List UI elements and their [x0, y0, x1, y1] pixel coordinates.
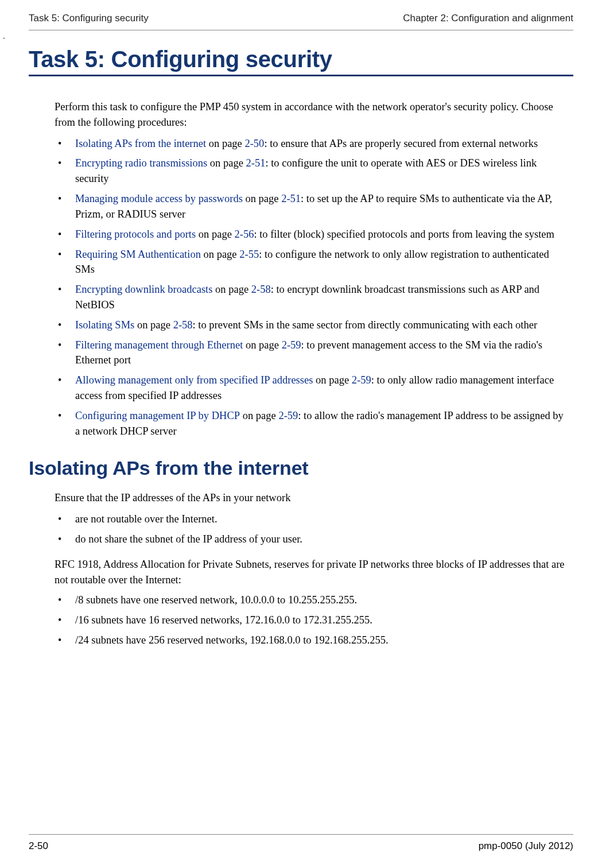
procedure-item: Filtering management through Ethernet on… — [55, 338, 569, 369]
procedure-page-ref[interactable]: 2-56 — [234, 228, 254, 240]
procedure-mid: on page — [243, 339, 281, 351]
section-paragraph: RFC 1918, Address Allocation for Private… — [55, 557, 569, 588]
section-title: Isolating APs from the internet — [29, 457, 569, 479]
header-right: Chapter 2: Configuration and alignment — [403, 13, 573, 24]
procedure-item: Allowing management only from specified … — [55, 373, 569, 404]
procedure-description: : to ensure that APs are properly secure… — [264, 138, 538, 149]
procedure-item: Managing module access by passwords on p… — [55, 191, 569, 222]
list-item: are not routable over the Internet. — [55, 512, 569, 527]
page-title: Task 5: Configuring security — [29, 46, 573, 72]
procedure-item: Isolating SMs on page 2-58: to prevent S… — [55, 317, 569, 333]
procedure-description: : to prevent SMs in the same sector from… — [193, 319, 538, 331]
procedure-item: Encrypting downlink broadcasts on page 2… — [55, 282, 569, 313]
list-item: do not share the subnet of the IP addres… — [55, 532, 569, 547]
procedure-link[interactable]: Encrypting downlink broadcasts — [75, 284, 212, 295]
section-bullets-1: are not routable over the Internet.do no… — [55, 512, 569, 547]
section-lead: Ensure that the IP addresses of the APs … — [55, 490, 569, 506]
list-item: /8 subnets have one reserved network, 10… — [55, 592, 569, 608]
procedure-mid: on page — [240, 410, 278, 421]
procedure-mid: on page — [243, 193, 281, 204]
procedure-link[interactable]: Allowing management only from specified … — [75, 374, 313, 386]
page-footer: 2-50 pmp-0050 (July 2012) — [29, 834, 573, 852]
procedure-link[interactable]: Managing module access by passwords — [75, 193, 243, 204]
procedure-item: Filtering protocols and ports on page 2-… — [55, 227, 569, 242]
procedure-mid: on page — [212, 284, 251, 295]
procedure-item: Encrypting radio transmissions on page 2… — [55, 156, 569, 187]
procedure-page-ref[interactable]: 2-58 — [251, 284, 271, 295]
procedure-item: Configuring management IP by DHCP on pag… — [55, 408, 569, 439]
procedure-link[interactable]: Requiring SM Authentication — [75, 249, 201, 260]
footer-left: 2-50 — [29, 840, 48, 852]
intro-paragraph: Perform this task to configure the PMP 4… — [55, 99, 569, 130]
procedure-page-ref[interactable]: 2-55 — [239, 249, 259, 260]
procedure-mid: on page — [196, 228, 234, 240]
procedure-mid: on page — [206, 138, 244, 149]
section-bullets-2: /8 subnets have one reserved network, 10… — [55, 592, 569, 648]
procedure-link[interactable]: Isolating SMs — [75, 319, 134, 331]
procedures-list: Isolating APs from the internet on page … — [55, 136, 569, 439]
procedure-page-ref[interactable]: 2-59 — [282, 339, 301, 351]
procedure-link[interactable]: Configuring management IP by DHCP — [75, 410, 240, 421]
procedure-link[interactable]: Isolating APs from the internet — [75, 138, 206, 149]
running-header: Task 5: Configuring security Chapter 2: … — [29, 13, 573, 30]
procedure-item: Isolating APs from the internet on page … — [55, 136, 569, 152]
procedure-mid: on page — [313, 374, 351, 386]
procedure-link[interactable]: Filtering protocols and ports — [75, 228, 196, 240]
procedure-item: Requiring SM Authentication on page 2-55… — [55, 247, 569, 278]
procedure-description: : to filter (block) specified protocols … — [254, 228, 554, 240]
header-left: Task 5: Configuring security — [29, 13, 149, 24]
procedure-page-ref[interactable]: 2-51 — [281, 193, 301, 204]
list-item: /16 subnets have 16 reserved networks, 1… — [55, 613, 569, 628]
procedure-page-ref[interactable]: 2-51 — [246, 157, 266, 169]
procedure-link[interactable]: Encrypting radio transmissions — [75, 157, 207, 169]
procedure-page-ref[interactable]: 2-58 — [173, 319, 193, 331]
procedure-page-ref[interactable]: 2-59 — [352, 374, 371, 386]
procedure-page-ref[interactable]: 2-59 — [278, 410, 298, 421]
footer-right: pmp-0050 (July 2012) — [479, 840, 573, 852]
title-rule — [29, 75, 573, 76]
procedure-mid: on page — [201, 249, 239, 260]
list-item: /24 subnets have 256 reserved networks, … — [55, 633, 569, 648]
stray-dash: - — [3, 34, 573, 41]
procedure-mid: on page — [134, 319, 173, 331]
procedure-link[interactable]: Filtering management through Ethernet — [75, 339, 243, 351]
content-area: Perform this task to configure the PMP 4… — [55, 99, 569, 648]
procedure-mid: on page — [207, 157, 246, 169]
procedure-page-ref[interactable]: 2-50 — [244, 138, 264, 149]
